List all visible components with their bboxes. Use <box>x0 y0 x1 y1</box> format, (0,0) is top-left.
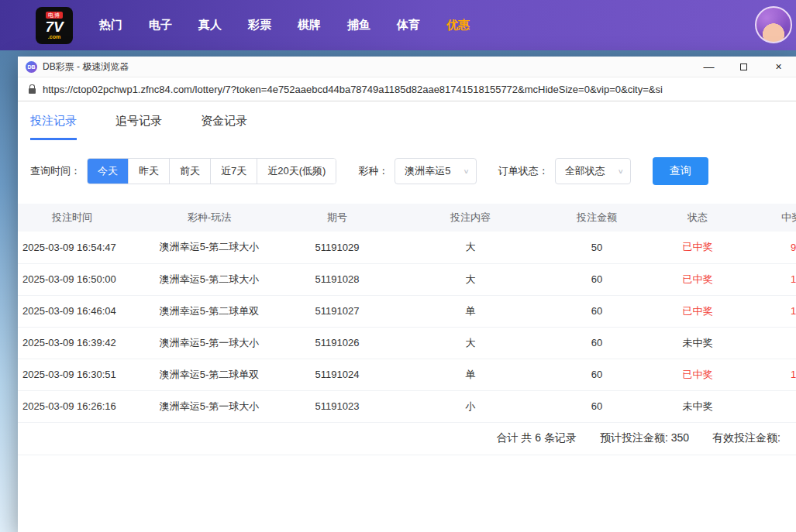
window-titlebar[interactable]: DB DB彩票 - 极速浏览器 — × <box>18 57 796 77</box>
bet-status: 已中奖 <box>635 295 760 327</box>
logo-text: 7V <box>45 19 63 34</box>
time-option-7days[interactable]: 近7天 <box>210 159 257 184</box>
nav-item-sports[interactable]: 体育 <box>397 18 420 33</box>
header-win-amount: 中奖金额 <box>760 204 796 232</box>
record-tabs: 投注记录 追号记录 资金记录 <box>18 101 796 140</box>
nav-item-lottery[interactable]: 彩票 <box>248 18 271 33</box>
bet-issue: 51191028 <box>292 263 382 295</box>
header-bet-time: 投注时间 <box>18 204 126 232</box>
win-amount <box>760 390 796 422</box>
summary-expected-amount: 预计投注金额: 350 <box>600 431 689 445</box>
header-play: 彩种-玩法 <box>126 204 292 232</box>
bet-content: 大 <box>382 232 559 263</box>
table-row: 2025-03-09 16:26:16 澳洲幸运5-第一球大小 51191023… <box>18 390 796 422</box>
bet-issue: 51191027 <box>292 295 382 327</box>
bet-amount: 60 <box>559 295 635 327</box>
tab-bet-records[interactable]: 投注记录 <box>30 114 77 140</box>
table-summary: 合计 共 6 条记录 预计投注金额: 350 有效投注金额: <box>18 423 796 455</box>
logo-suffix: .com <box>48 34 60 39</box>
nav-item-chess[interactable]: 棋牌 <box>298 18 321 33</box>
page-content: 投注记录 追号记录 资金记录 查询时间： 今天 昨天 前天 近7天 近20天(低… <box>18 101 796 532</box>
bet-records-table: 投注时间 彩种-玩法 期号 投注内容 投注金额 状态 中奖金额 2025-03-… <box>18 204 796 455</box>
site-nav-menu: 热门 电子 真人 彩票 棋牌 捕鱼 体育 优惠 <box>99 18 470 33</box>
bet-time: 2025-03-09 16:26:16 <box>18 390 126 422</box>
bet-status: 已中奖 <box>635 263 760 295</box>
bet-content: 单 <box>382 359 559 390</box>
bet-status: 已中奖 <box>635 232 760 263</box>
table-row: 2025-03-09 16:39:42 澳洲幸运5-第一球大小 51191026… <box>18 327 796 359</box>
header-content: 投注内容 <box>382 204 559 232</box>
nav-item-live[interactable]: 真人 <box>198 18 222 33</box>
bet-amount: 60 <box>559 390 635 422</box>
bet-amount: 60 <box>559 359 635 390</box>
search-button[interactable]: 查询 <box>653 157 708 185</box>
bet-issue: 51191024 <box>292 359 382 390</box>
header-status: 状态 <box>635 204 760 232</box>
status-select-value: 全部状态 <box>565 164 605 178</box>
address-bar[interactable]: https://ctop02pchwp1.zfnc84.com/lottery/… <box>18 77 796 101</box>
window-title: DB彩票 - 极速浏览器 <box>43 60 129 74</box>
time-option-20days[interactable]: 近20天(低频) <box>257 159 336 184</box>
site-navbar: 电博 7V .com 热门 电子 真人 彩票 棋牌 捕鱼 体育 优惠 <box>0 0 796 50</box>
nav-item-hot[interactable]: 热门 <box>99 18 122 33</box>
bet-status: 已中奖 <box>635 359 760 390</box>
nav-item-promo[interactable]: 优惠 <box>446 18 470 33</box>
maximize-button[interactable] <box>726 57 761 77</box>
table-header-row: 投注时间 彩种-玩法 期号 投注内容 投注金额 状态 中奖金额 <box>18 204 796 232</box>
maximize-icon <box>740 63 747 70</box>
bet-play: 澳洲幸运5-第二球单双 <box>126 359 292 390</box>
logo-tag: 电博 <box>46 12 63 19</box>
table-row: 2025-03-09 16:54:47 澳洲幸运5-第二球大小 51191029… <box>18 232 796 263</box>
table-row: 2025-03-09 16:50:00 澳洲幸运5-第二球大小 51191028… <box>18 263 796 295</box>
bet-play: 澳洲幸运5-第二球大小 <box>126 263 292 295</box>
filter-bar: 查询时间： 今天 昨天 前天 近7天 近20天(低频) 彩种： 澳洲幸运5 ∨ … <box>30 157 796 185</box>
time-option-yesterday[interactable]: 昨天 <box>128 159 169 184</box>
summary-count: 合计 共 6 条记录 <box>497 431 577 445</box>
lock-icon <box>29 88 36 94</box>
header-issue: 期号 <box>292 204 382 232</box>
lottery-select-value: 澳洲幸运5 <box>405 164 450 178</box>
nav-item-fishing[interactable]: 捕鱼 <box>347 18 370 33</box>
chevron-down-icon: ∨ <box>463 167 470 175</box>
bet-status: 未中奖 <box>635 327 760 359</box>
tab-chase-records[interactable]: 追号记录 <box>115 114 162 140</box>
bet-amount: 60 <box>559 327 635 359</box>
close-button[interactable]: × <box>761 57 796 77</box>
win-amount: 1 <box>760 263 796 295</box>
status-filter-label: 订单状态： <box>498 164 549 178</box>
win-amount <box>760 327 796 359</box>
bet-status: 未中奖 <box>635 390 760 422</box>
bet-time: 2025-03-09 16:50:00 <box>18 263 126 295</box>
time-option-today[interactable]: 今天 <box>88 159 128 184</box>
site-logo[interactable]: 电博 7V .com <box>36 7 73 44</box>
bet-amount: 50 <box>559 232 635 263</box>
bet-play: 澳洲幸运5-第二球单双 <box>126 295 292 327</box>
tab-fund-records[interactable]: 资金记录 <box>201 114 247 140</box>
time-filter-label: 查询时间： <box>30 164 81 178</box>
bet-content: 单 <box>382 295 559 327</box>
lottery-filter-label: 彩种： <box>358 164 388 178</box>
bet-issue: 51191026 <box>292 327 382 359</box>
order-status-select[interactable]: 全部状态 ∨ <box>555 158 631 184</box>
table-row: 2025-03-09 16:46:04 澳洲幸运5-第二球单双 51191027… <box>18 295 796 327</box>
bet-play: 澳洲幸运5-第一球大小 <box>126 327 292 359</box>
time-range-group: 今天 昨天 前天 近7天 近20天(低频) <box>87 158 336 184</box>
bet-play: 澳洲幸运5-第一球大小 <box>126 390 292 422</box>
bet-issue: 51191029 <box>292 232 382 263</box>
table-row: 2025-03-09 16:30:51 澳洲幸运5-第二球单双 51191024… <box>18 359 796 390</box>
bet-issue: 51191023 <box>292 390 382 422</box>
bet-time: 2025-03-09 16:54:47 <box>18 232 126 263</box>
browser-window: DB DB彩票 - 极速浏览器 — × https://ctop02pchwp1… <box>18 57 796 532</box>
lottery-select[interactable]: 澳洲幸运5 ∨ <box>395 158 476 184</box>
minimize-button[interactable]: — <box>691 57 726 77</box>
summary-valid-amount: 有效投注金额: <box>712 431 780 445</box>
time-option-day-before[interactable]: 前天 <box>169 159 210 184</box>
nav-item-electronic[interactable]: 电子 <box>149 18 172 33</box>
header-amount: 投注金额 <box>559 204 635 232</box>
bet-content: 小 <box>382 390 559 422</box>
bet-content: 大 <box>382 263 559 295</box>
window-controls: — × <box>691 57 796 77</box>
user-avatar[interactable] <box>755 6 792 43</box>
url-text[interactable]: https://ctop02pchwp1.zfnc84.com/lottery/… <box>43 84 663 95</box>
bet-content: 大 <box>382 327 559 359</box>
